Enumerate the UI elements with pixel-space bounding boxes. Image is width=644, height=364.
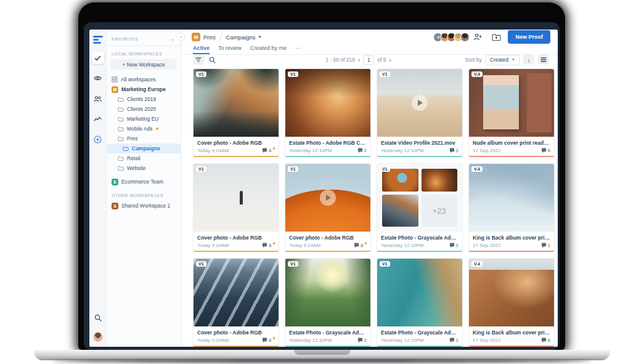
- comment-icon: [449, 148, 455, 153]
- proof-date: Yesterday 12:10PM: [381, 148, 424, 153]
- proof-thumbnail[interactable]: V1: [194, 69, 279, 137]
- sidebar-folder-clients-2020[interactable]: Clients 2020: [107, 104, 181, 114]
- proof-title: Estate Photo - Grayscale Adobe RGB Color: [381, 330, 459, 336]
- tab-active[interactable]: Active: [193, 45, 210, 54]
- collage-thumb: [382, 195, 418, 227]
- proof-card[interactable]: V1 Estate Photo - Grayscale Adobe RGB Co…: [377, 258, 463, 347]
- user-avatar[interactable]: [93, 332, 103, 342]
- tab-to-review[interactable]: To review: [218, 45, 242, 54]
- breadcrumb-current[interactable]: Campaigns: [226, 34, 256, 41]
- sidebar-item-shared-workspace-1[interactable]: S Shared Workspace 1: [107, 201, 181, 211]
- proof-thumbnail[interactable]: V1: [194, 164, 279, 232]
- sidebar-folder-clients-2019[interactable]: Clients 2019: [107, 94, 181, 104]
- proof-title: Nude album cover print ready.PDF: [473, 140, 550, 146]
- new-workspace-button[interactable]: + New Workspace: [110, 59, 177, 70]
- version-badge: V1: [196, 71, 206, 77]
- unread-dot: [365, 242, 367, 245]
- review-eye-icon[interactable]: [92, 72, 104, 84]
- sort-select[interactable]: Created ▼: [486, 55, 520, 65]
- page-number-input[interactable]: 1: [363, 55, 374, 65]
- team-users-icon[interactable]: [92, 92, 104, 105]
- comment-icon: [449, 243, 455, 248]
- sidebar-folder-retail[interactable]: Retail: [107, 153, 181, 163]
- proof-date: Yesterday 12:10PM: [289, 148, 332, 153]
- proof-card[interactable]: V1 Cover photo - Adobe RGB Today 9:24AM …: [193, 258, 279, 347]
- proof-card[interactable]: V1 Cover photo - Adobe RGB Today 9:24AM …: [193, 68, 279, 157]
- chevron-right-icon[interactable]: ›: [389, 57, 391, 63]
- sidebar-folder-print[interactable]: Print: [107, 134, 181, 144]
- proof-thumbnail[interactable]: V1: [285, 69, 370, 137]
- proof-card[interactable]: V1 Cover photo - Adobe RGB Today 9:24AM …: [285, 163, 371, 252]
- new-folder-icon[interactable]: [491, 31, 502, 42]
- collaborator-avatar: [460, 33, 470, 42]
- proof-thumbnail[interactable]: V1: [285, 259, 370, 326]
- proof-title: Cover photo - Adobe RGB: [197, 330, 275, 336]
- proof-card[interactable]: V.4 King is Back album cover print ready…: [468, 258, 555, 347]
- version-badge: V.4: [471, 71, 483, 77]
- app-logo-icon[interactable]: [93, 36, 103, 44]
- play-icon[interactable]: [412, 95, 428, 111]
- proof-card[interactable]: V1 Cover photo - Adobe RGB Today 9:24AM …: [193, 163, 279, 252]
- sidebar-item-all-workspaces[interactable]: All workspaces: [107, 75, 181, 84]
- list-view-toggle-icon[interactable]: [538, 55, 549, 65]
- add-plus-circle-icon[interactable]: [92, 133, 104, 145]
- workspace-name: Marketing Europe: [121, 86, 166, 92]
- chevron-down-icon[interactable]: ⌄: [171, 36, 176, 42]
- proof-thumbnail[interactable]: V1: [377, 259, 462, 326]
- proof-date: Today 9:24AM: [289, 243, 320, 248]
- sidebar-folder-campaigns[interactable]: Campaigns: [107, 144, 181, 153]
- icon-rail: [89, 30, 107, 347]
- proof-thumbnail[interactable]: V.4: [469, 164, 554, 232]
- activity-chart-icon[interactable]: [92, 113, 104, 125]
- proof-title: Estate Photo - Grayscale Adobe RGB Color: [289, 330, 367, 336]
- proof-title: King is Back album cover print ready.PDF: [473, 235, 550, 241]
- proof-date: 17 Sep 2022: [473, 148, 500, 153]
- proof-thumbnail[interactable]: V1: [194, 259, 279, 326]
- proof-title: Cover photo - Adobe RGB: [197, 235, 275, 241]
- list-toolbar: 1 - 50 of 218 ‹ 1 of 5 › Sort by Created…: [181, 55, 558, 65]
- collapse-sidebar-icon[interactable]: ‹: [177, 33, 185, 41]
- collaborator-avatars[interactable]: 4: [433, 33, 470, 42]
- proof-card[interactable]: V.4 Nude album cover print ready.PDF 17 …: [468, 68, 555, 157]
- sidebar-folder-marketing-eu[interactable]: Marketing EU: [107, 114, 181, 124]
- proof-card[interactable]: V1 Estate Video Profile 2021.mov Yesterd…: [377, 68, 463, 157]
- notification-dot: [156, 127, 158, 130]
- sidebar-item-ecommerce-team[interactable]: E Ecommerce Team: [107, 177, 181, 187]
- proof-card[interactable]: V1 Estate Photo - Adobe RGB Color Profil…: [285, 68, 371, 157]
- range-text: 1 - 50 of 218: [325, 57, 355, 63]
- sidebar-folder-website[interactable]: Website: [107, 163, 181, 173]
- tab-created-by-me[interactable]: Created by me: [250, 45, 287, 54]
- version-badge: V1: [196, 166, 206, 172]
- proof-thumbnail[interactable]: V.4: [469, 69, 554, 137]
- comment-count: 8: [269, 243, 271, 248]
- proof-card[interactable]: V1 Estate Photo - Grayscale Adobe RGB Co…: [285, 258, 371, 347]
- sidebar-folder-mobile-ads[interactable]: Mobile Ads: [107, 124, 181, 134]
- proof-thumbnail[interactable]: V1: [285, 164, 370, 232]
- comment-count: 2: [364, 148, 367, 153]
- sort-direction-icon[interactable]: ↓: [523, 55, 534, 65]
- sidebar-item-marketing-europe[interactable]: M Marketing Europe: [107, 84, 181, 94]
- search-icon[interactable]: [209, 57, 216, 63]
- unread-dot: [273, 337, 275, 339]
- proof-title: Cover photo - Adobe RGB: [289, 235, 367, 241]
- new-proof-button[interactable]: New Proof: [508, 30, 550, 44]
- app-window: FAVORITES ⌄ LOCAL WORKSPACES + New Works…: [89, 30, 558, 347]
- breadcrumb-folder[interactable]: Print: [203, 34, 216, 41]
- proof-thumbnail[interactable]: V.4: [469, 259, 554, 326]
- proof-date: Yesterday 12:10PM: [381, 243, 424, 248]
- breadcrumb-bar: ‹ M Print Campaigns ▼ 4: [181, 30, 558, 45]
- play-icon[interactable]: [320, 190, 336, 206]
- folder-tree: Clients 2019 Clients 2020 Marketing EU M…: [107, 94, 181, 173]
- proofs-check-icon[interactable]: [92, 52, 104, 64]
- proof-thumbnail[interactable]: V1: [377, 69, 462, 137]
- add-person-icon[interactable]: [472, 31, 483, 42]
- proof-card[interactable]: V.4 King is Back album cover print ready…: [468, 163, 555, 252]
- chevron-down-icon[interactable]: ▼: [258, 35, 262, 39]
- filter-icon[interactable]: [193, 55, 204, 65]
- chevron-left-icon[interactable]: ‹: [358, 57, 360, 63]
- proof-thumbnail[interactable]: V1 +23: [377, 164, 462, 232]
- global-search-icon[interactable]: [92, 312, 104, 324]
- tabs-more-icon[interactable]: ⋯: [295, 45, 301, 54]
- version-badge: V1: [380, 261, 390, 267]
- proof-card[interactable]: V1 +23 Estate Photo - Grayscale Adobe RG…: [377, 163, 463, 252]
